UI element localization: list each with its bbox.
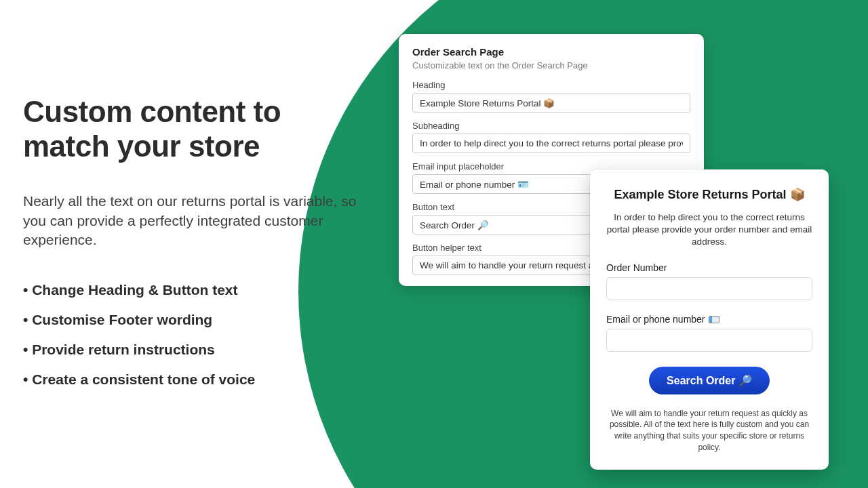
portal-preview-card: Example Store Returns Portal 📦 In order … <box>590 169 829 470</box>
portal-email-label-text: Email or phone number <box>606 314 705 325</box>
portal-order-label: Order Number <box>606 262 812 273</box>
admin-input-subheading[interactable] <box>412 134 690 153</box>
bullet-item: Provide return instructions <box>23 342 369 358</box>
portal-email-input[interactable] <box>606 329 812 352</box>
id-card-icon <box>709 316 719 323</box>
admin-input-heading[interactable] <box>412 93 690 113</box>
portal-subheading: In order to help direct you to the corre… <box>606 211 812 249</box>
admin-card-title: Order Search Page <box>412 46 690 58</box>
marketing-subcopy: Nearly all the text on our returns porta… <box>23 192 369 249</box>
portal-helper-text: We will aim to handle your return reques… <box>606 408 812 453</box>
search-order-button[interactable]: Search Order 🔎 <box>649 367 770 394</box>
bullet-item: Change Heading & Button text <box>23 282 369 298</box>
marketing-headline: Custom content to match your store <box>23 95 369 163</box>
marketing-column: Custom content to match your store Nearl… <box>23 95 369 401</box>
admin-card-description: Customizable text on the Order Search Pa… <box>412 60 690 70</box>
bullet-item: Customise Footer wording <box>23 312 369 328</box>
marketing-bullets: Change Heading & Button text Customise F… <box>23 282 369 388</box>
admin-label-subheading: Subheading <box>412 121 690 131</box>
portal-email-label: Email or phone number <box>606 314 812 325</box>
portal-heading: Example Store Returns Portal 📦 <box>606 187 812 202</box>
admin-label-heading: Heading <box>412 80 690 90</box>
portal-order-input[interactable] <box>606 277 812 300</box>
bullet-item: Create a consistent tone of voice <box>23 371 369 388</box>
